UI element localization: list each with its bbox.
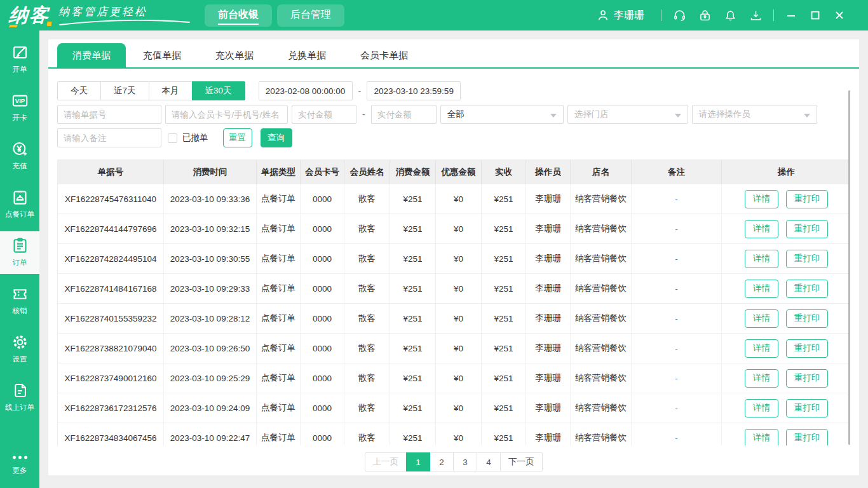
cell-paid-amount: ¥251 [482, 304, 526, 333]
cell-order-no: XF16228740155359232 [58, 304, 164, 333]
tab-times-orders[interactable]: 充次单据 [198, 43, 271, 67]
quick-date-today[interactable]: 今天 [57, 81, 101, 100]
order-type-select[interactable]: 全部 [440, 105, 564, 124]
date-from-input[interactable] [259, 81, 353, 100]
operator-select[interactable]: 请选择操作员 [692, 105, 817, 124]
cell-consume-time: 2023-03-10 09:28:12 [164, 304, 257, 333]
sidebar-item-online-orders[interactable]: 线上订单 [0, 376, 39, 419]
table-row: XF16228738821079040 2023-03-10 09:26:50 … [58, 334, 850, 363]
store-select[interactable]: 选择门店 [567, 105, 688, 124]
detail-button[interactable]: 详情 [745, 280, 778, 298]
cell-paid-amount: ¥251 [482, 274, 526, 303]
quick-date-month[interactable]: 本月 [149, 81, 193, 100]
detail-button[interactable]: 详情 [745, 399, 778, 417]
user-account[interactable]: 李珊珊 [597, 9, 644, 22]
reprint-button[interactable]: 重打印 [786, 280, 829, 298]
verify-ticket-icon [11, 285, 29, 302]
bell-icon [724, 9, 737, 22]
sidebar-item-verify[interactable]: 核销 [0, 280, 39, 322]
table-row: XF16228736172312576 2023-03-10 09:24:09 … [58, 393, 850, 423]
detail-button[interactable]: 详情 [745, 220, 778, 238]
sidebar-item-vip-card[interactable]: VIP 开卡 [0, 86, 39, 129]
pagination-page-button[interactable]: 4 [477, 452, 501, 471]
tab-exchange-orders[interactable]: 兑换单据 [271, 43, 343, 67]
window-close-button[interactable] [827, 3, 851, 28]
cell-store-name: 纳客营销餐饮 [571, 393, 632, 423]
sidebar-item-dining-order[interactable]: 点餐订单 [0, 183, 39, 226]
reprint-button[interactable]: 重打印 [786, 399, 829, 417]
tab-member-card-orders[interactable]: 会员卡单据 [343, 43, 425, 67]
table-body: XF16228745476311040 2023-03-10 09:33:36 … [58, 184, 850, 445]
cell-actions: 详情 重打印 [722, 304, 850, 333]
chevron-down-icon [675, 114, 681, 118]
search-button[interactable]: 查询 [261, 128, 292, 147]
remark-input[interactable] [57, 128, 161, 147]
sidebar-item-more[interactable]: 更多 [0, 443, 39, 485]
column-header: 单据类型 [257, 160, 301, 184]
cell-consume-amount: ¥251 [390, 244, 436, 273]
detail-button[interactable]: 详情 [745, 190, 778, 208]
table-row: XF16228741484167168 2023-03-10 09:29:33 … [58, 274, 850, 304]
reprint-button[interactable]: 重打印 [786, 220, 829, 238]
detail-button[interactable]: 详情 [745, 369, 778, 388]
detail-button[interactable]: 详情 [745, 429, 778, 446]
pagination-page-button[interactable]: 1 [406, 452, 430, 471]
top-tab-front-cashier[interactable]: 前台收银 [205, 4, 272, 27]
close-icon [834, 10, 844, 20]
notifications-button[interactable] [717, 3, 743, 28]
order-no-input[interactable] [57, 105, 161, 124]
top-tab-backend-manage[interactable]: 后台管理 [277, 4, 344, 27]
quick-date-7days[interactable]: 近7天 [100, 81, 149, 100]
cell-consume-time: 2023-03-10 09:22:47 [164, 423, 257, 445]
brand-logo: 纳客 [8, 3, 51, 29]
vip-card-icon: VIP [11, 92, 29, 109]
tab-label: 兑换单据 [288, 50, 326, 62]
detail-button[interactable]: 详情 [745, 309, 778, 328]
tab-consume-orders[interactable]: 消费单据 [57, 43, 126, 67]
reset-button[interactable]: 重置 [223, 128, 252, 147]
support-headset-button[interactable] [667, 3, 692, 28]
pagination-page-button[interactable]: 2 [430, 452, 454, 471]
sidebar-item-orders[interactable]: 订单 [0, 231, 39, 274]
pagination-next-button[interactable]: 下一页 [500, 452, 543, 471]
cell-actions: 详情 重打印 [722, 274, 850, 303]
detail-button[interactable]: 详情 [745, 339, 778, 358]
cell-member-name: 散客 [344, 244, 390, 273]
cell-consume-amount: ¥251 [390, 214, 436, 243]
cancelled-checkbox-wrap[interactable]: 已撤单 [168, 132, 208, 144]
table-row: XF16228737490012160 2023-03-10 09:25:29 … [58, 363, 850, 393]
reprint-button[interactable]: 重打印 [786, 429, 829, 446]
lock-screen-button[interactable] [692, 3, 717, 28]
window-minimize-button[interactable] [779, 3, 803, 28]
sidebar-item-recharge[interactable]: 充值 [0, 135, 39, 177]
cell-order-type: 点餐订单 [257, 214, 301, 243]
amount-max-input[interactable] [371, 105, 437, 124]
cell-remark: - [632, 363, 722, 393]
cell-remark: - [632, 244, 722, 273]
sidebar-item-settings[interactable]: 设置 [0, 328, 39, 370]
reprint-button[interactable]: 重打印 [786, 339, 829, 358]
reprint-button[interactable]: 重打印 [786, 250, 829, 268]
amount-min-input[interactable] [292, 105, 356, 124]
cell-member-name: 散客 [344, 393, 390, 423]
reprint-button[interactable]: 重打印 [786, 369, 829, 388]
pagination-page-button[interactable]: 3 [453, 452, 477, 471]
tab-recharge-orders[interactable]: 充值单据 [126, 43, 198, 67]
cell-consume-amount: ¥251 [390, 393, 436, 423]
cancelled-checkbox[interactable] [168, 133, 177, 143]
reprint-button[interactable]: 重打印 [786, 309, 829, 328]
sidebar-item-open-order[interactable]: 开单 [0, 38, 39, 81]
reprint-button[interactable]: 重打印 [786, 190, 829, 208]
table-header-row: 单据号消费时间单据类型会员卡号会员姓名消费金额优惠金额实收操作员店名备注操作 [58, 160, 850, 184]
date-to-input[interactable] [367, 81, 461, 100]
order-type-select-value: 全部 [447, 109, 465, 120]
member-search-input[interactable] [165, 105, 288, 124]
detail-button[interactable]: 详情 [745, 250, 778, 268]
window-maximize-button[interactable] [803, 3, 827, 28]
download-update-button[interactable] [743, 3, 768, 28]
pagination-prev-button[interactable]: 上一页 [365, 452, 407, 471]
vertical-scrollbar[interactable] [848, 90, 850, 445]
quick-date-30days[interactable]: 近30天 [192, 81, 245, 100]
cell-member-card-no: 0000 [301, 214, 344, 243]
dining-order-icon [11, 189, 29, 206]
